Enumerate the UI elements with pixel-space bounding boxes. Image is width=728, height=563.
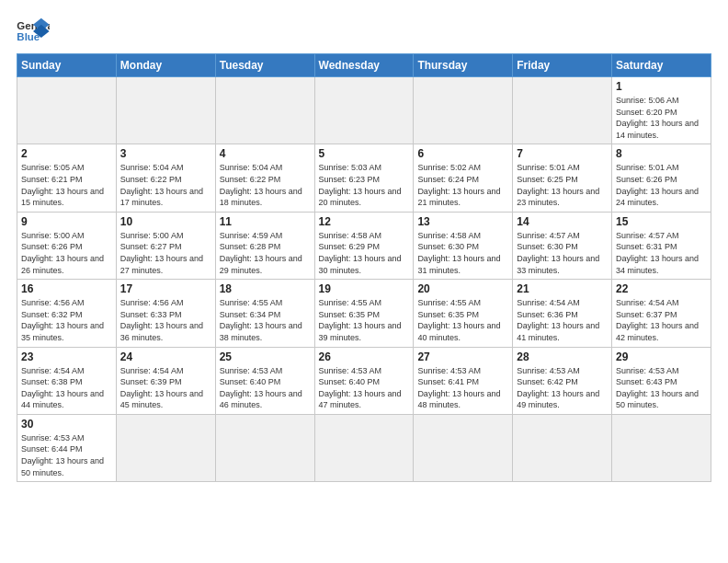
day-info: Sunrise: 5:01 AM Sunset: 6:25 PM Dayligh… (517, 162, 608, 208)
day-number: 6 (417, 147, 508, 160)
day-number: 5 (319, 147, 410, 160)
calendar-week-row: 16Sunrise: 4:56 AM Sunset: 6:32 PM Dayli… (17, 280, 711, 347)
day-info: Sunrise: 5:03 AM Sunset: 6:23 PM Dayligh… (319, 162, 410, 208)
day-number: 1 (616, 80, 707, 93)
calendar-cell: 6Sunrise: 5:02 AM Sunset: 6:24 PM Daylig… (414, 144, 513, 212)
calendar-cell (513, 77, 612, 144)
day-info: Sunrise: 4:59 AM Sunset: 6:28 PM Dayligh… (220, 230, 311, 276)
day-number: 27 (417, 350, 508, 363)
day-info: Sunrise: 5:02 AM Sunset: 6:24 PM Dayligh… (417, 162, 508, 208)
day-info: Sunrise: 5:05 AM Sunset: 6:21 PM Dayligh… (21, 162, 112, 208)
day-info: Sunrise: 4:57 AM Sunset: 6:31 PM Dayligh… (616, 230, 707, 276)
calendar-cell: 2Sunrise: 5:05 AM Sunset: 6:21 PM Daylig… (17, 144, 117, 212)
day-info: Sunrise: 4:53 AM Sunset: 6:44 PM Dayligh… (21, 432, 112, 478)
day-info: Sunrise: 5:06 AM Sunset: 6:20 PM Dayligh… (616, 95, 707, 141)
day-number: 7 (517, 147, 608, 160)
day-number: 11 (220, 215, 311, 228)
day-info: Sunrise: 4:54 AM Sunset: 6:37 PM Dayligh… (616, 297, 707, 343)
calendar-cell: 10Sunrise: 5:00 AM Sunset: 6:27 PM Dayli… (116, 212, 215, 279)
day-info: Sunrise: 4:56 AM Sunset: 6:32 PM Dayligh… (21, 297, 112, 343)
day-number: 21 (517, 282, 608, 295)
day-number: 14 (517, 215, 608, 228)
day-info: Sunrise: 4:54 AM Sunset: 6:38 PM Dayligh… (21, 365, 112, 411)
day-number: 23 (21, 350, 112, 363)
calendar-cell (612, 414, 711, 481)
calendar-cell: 1Sunrise: 5:06 AM Sunset: 6:20 PM Daylig… (612, 77, 711, 144)
day-info: Sunrise: 4:53 AM Sunset: 6:40 PM Dayligh… (220, 365, 311, 411)
day-info: Sunrise: 5:04 AM Sunset: 6:22 PM Dayligh… (220, 162, 311, 208)
calendar-cell: 26Sunrise: 4:53 AM Sunset: 6:40 PM Dayli… (314, 347, 414, 414)
calendar-cell (116, 414, 215, 481)
day-number: 19 (319, 282, 410, 295)
day-number: 9 (21, 215, 112, 228)
calendar-cell: 15Sunrise: 4:57 AM Sunset: 6:31 PM Dayli… (612, 212, 711, 279)
calendar-cell (17, 77, 117, 144)
day-number: 25 (220, 350, 311, 363)
day-number: 28 (517, 350, 608, 363)
day-info: Sunrise: 4:53 AM Sunset: 6:43 PM Dayligh… (616, 365, 707, 411)
weekday-header-cell: Sunday (17, 54, 117, 77)
day-number: 4 (220, 147, 311, 160)
day-number: 20 (417, 282, 508, 295)
day-number: 10 (120, 215, 211, 228)
weekday-header-cell: Friday (513, 54, 612, 77)
day-number: 13 (417, 215, 508, 228)
day-info: Sunrise: 5:00 AM Sunset: 6:27 PM Dayligh… (120, 230, 211, 276)
calendar-cell: 30Sunrise: 4:53 AM Sunset: 6:44 PM Dayli… (17, 414, 117, 481)
calendar-cell: 22Sunrise: 4:54 AM Sunset: 6:37 PM Dayli… (612, 280, 711, 347)
calendar-table: SundayMondayTuesdayWednesdayThursdayFrid… (17, 53, 711, 482)
day-info: Sunrise: 4:57 AM Sunset: 6:30 PM Dayligh… (517, 230, 608, 276)
day-info: Sunrise: 4:53 AM Sunset: 6:41 PM Dayligh… (417, 365, 508, 411)
day-number: 12 (319, 215, 410, 228)
day-number: 2 (21, 147, 112, 160)
day-info: Sunrise: 4:54 AM Sunset: 6:39 PM Dayligh… (120, 365, 211, 411)
weekday-header-cell: Tuesday (215, 54, 314, 77)
day-info: Sunrise: 4:58 AM Sunset: 6:29 PM Dayligh… (319, 230, 410, 276)
day-info: Sunrise: 4:58 AM Sunset: 6:30 PM Dayligh… (417, 230, 508, 276)
weekday-header-cell: Monday (116, 54, 215, 77)
weekday-header-cell: Saturday (612, 54, 711, 77)
calendar-cell (116, 77, 215, 144)
day-number: 24 (120, 350, 211, 363)
calendar-week-row: 2Sunrise: 5:05 AM Sunset: 6:21 PM Daylig… (17, 144, 711, 212)
calendar-cell: 9Sunrise: 5:00 AM Sunset: 6:26 PM Daylig… (17, 212, 117, 279)
day-number: 3 (120, 147, 211, 160)
weekday-header-cell: Wednesday (314, 54, 414, 77)
calendar-cell: 18Sunrise: 4:55 AM Sunset: 6:34 PM Dayli… (215, 280, 314, 347)
day-number: 15 (616, 215, 707, 228)
header: General Blue (17, 17, 711, 44)
calendar-cell: 7Sunrise: 5:01 AM Sunset: 6:25 PM Daylig… (513, 144, 612, 212)
calendar-body: 1Sunrise: 5:06 AM Sunset: 6:20 PM Daylig… (17, 77, 711, 482)
calendar-cell: 13Sunrise: 4:58 AM Sunset: 6:30 PM Dayli… (414, 212, 513, 279)
page: General Blue SundayMondayTuesdayWednesda… (0, 0, 728, 491)
calendar-cell: 23Sunrise: 4:54 AM Sunset: 6:38 PM Dayli… (17, 347, 117, 414)
day-info: Sunrise: 4:53 AM Sunset: 6:42 PM Dayligh… (517, 365, 608, 411)
generalblue-logo-icon: General Blue (17, 17, 50, 44)
calendar-cell: 25Sunrise: 4:53 AM Sunset: 6:40 PM Dayli… (215, 347, 314, 414)
day-info: Sunrise: 4:54 AM Sunset: 6:36 PM Dayligh… (517, 297, 608, 343)
calendar-week-row: 30Sunrise: 4:53 AM Sunset: 6:44 PM Dayli… (17, 414, 711, 481)
calendar-cell: 17Sunrise: 4:56 AM Sunset: 6:33 PM Dayli… (116, 280, 215, 347)
calendar-cell: 12Sunrise: 4:58 AM Sunset: 6:29 PM Dayli… (314, 212, 414, 279)
calendar-cell: 28Sunrise: 4:53 AM Sunset: 6:42 PM Dayli… (513, 347, 612, 414)
calendar-cell: 11Sunrise: 4:59 AM Sunset: 6:28 PM Dayli… (215, 212, 314, 279)
weekday-header-row: SundayMondayTuesdayWednesdayThursdayFrid… (17, 54, 711, 77)
calendar-cell: 3Sunrise: 5:04 AM Sunset: 6:22 PM Daylig… (116, 144, 215, 212)
day-number: 8 (616, 147, 707, 160)
calendar-cell: 21Sunrise: 4:54 AM Sunset: 6:36 PM Dayli… (513, 280, 612, 347)
day-info: Sunrise: 5:04 AM Sunset: 6:22 PM Dayligh… (120, 162, 211, 208)
day-info: Sunrise: 5:01 AM Sunset: 6:26 PM Dayligh… (616, 162, 707, 208)
calendar-week-row: 1Sunrise: 5:06 AM Sunset: 6:20 PM Daylig… (17, 77, 711, 144)
calendar-cell (414, 414, 513, 481)
calendar-cell: 5Sunrise: 5:03 AM Sunset: 6:23 PM Daylig… (314, 144, 414, 212)
day-info: Sunrise: 4:55 AM Sunset: 6:34 PM Dayligh… (220, 297, 311, 343)
day-info: Sunrise: 4:53 AM Sunset: 6:40 PM Dayligh… (319, 365, 410, 411)
calendar-cell: 20Sunrise: 4:55 AM Sunset: 6:35 PM Dayli… (414, 280, 513, 347)
weekday-header-cell: Thursday (414, 54, 513, 77)
calendar-week-row: 9Sunrise: 5:00 AM Sunset: 6:26 PM Daylig… (17, 212, 711, 279)
day-number: 29 (616, 350, 707, 363)
calendar-cell (513, 414, 612, 481)
day-number: 18 (220, 282, 311, 295)
calendar-cell: 4Sunrise: 5:04 AM Sunset: 6:22 PM Daylig… (215, 144, 314, 212)
calendar-cell: 8Sunrise: 5:01 AM Sunset: 6:26 PM Daylig… (612, 144, 711, 212)
